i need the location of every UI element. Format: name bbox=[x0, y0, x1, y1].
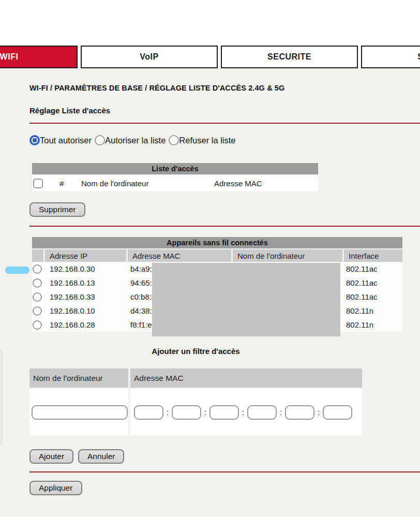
tab-voip[interactable]: VoIP bbox=[81, 46, 218, 68]
radio-tout-autoriser-label: Tout autoriser bbox=[40, 136, 92, 145]
column-mac-address: Adresse MAC bbox=[130, 368, 362, 388]
mac-address-input-group: : : : : : bbox=[134, 405, 352, 420]
divider bbox=[29, 226, 420, 227]
column-mac-address: Adresse MAC bbox=[214, 179, 318, 188]
device-ip: 192.168.0.28 bbox=[45, 320, 128, 329]
cancel-button[interactable]: Annuler bbox=[78, 449, 124, 464]
mac-octet-6-input[interactable] bbox=[323, 405, 352, 420]
mac-separator: : bbox=[314, 408, 323, 417]
mac-separator: : bbox=[239, 408, 247, 417]
tab-wifi-label: WIFI bbox=[0, 52, 18, 62]
radio-unselected-icon[interactable] bbox=[95, 135, 105, 145]
tab-voip-label: VoIP bbox=[140, 52, 158, 62]
page-title: Réglage Liste d'accès bbox=[29, 106, 110, 115]
connected-devices-title: Appareils sans fil connectés bbox=[32, 237, 402, 248]
mac-octet-2-input[interactable] bbox=[172, 405, 201, 420]
highlight-marker bbox=[5, 267, 29, 274]
computer-name-input[interactable] bbox=[32, 405, 128, 420]
device-radio[interactable] bbox=[33, 278, 42, 288]
device-interface: 802.11n bbox=[344, 320, 402, 329]
device-ip: 192.168.0.13 bbox=[45, 278, 128, 287]
device-radio[interactable] bbox=[33, 264, 42, 274]
radio-refuser-la-liste[interactable]: Refuser la liste bbox=[169, 135, 235, 145]
mac-octet-1-input[interactable] bbox=[134, 405, 163, 420]
tab-sauvegarde-label: SAUV bbox=[417, 52, 420, 62]
column-hash: # bbox=[59, 179, 81, 188]
device-ip: 192.168.0.33 bbox=[45, 292, 128, 301]
radio-autoriser-la-liste[interactable]: Autoriser la liste bbox=[95, 135, 166, 145]
mac-separator: : bbox=[277, 408, 285, 417]
add-filter-input-row: : : : : : bbox=[29, 389, 362, 436]
device-interface: 802.11n bbox=[344, 306, 402, 315]
divider bbox=[29, 123, 420, 124]
mac-separator: : bbox=[201, 408, 209, 417]
device-ip: 192.168.0.10 bbox=[45, 306, 128, 315]
device-interface: 802.11ac bbox=[344, 292, 402, 301]
top-tab-bar: WIFI VoIP SECURITE SAUV bbox=[0, 46, 420, 68]
select-all-checkbox[interactable] bbox=[33, 179, 43, 188]
radio-tout-autoriser[interactable]: Tout autoriser bbox=[29, 135, 92, 145]
device-interface: 802.11ac bbox=[344, 264, 402, 273]
device-radio[interactable] bbox=[33, 292, 42, 302]
column-computer-name: Nom de l'ordinateur bbox=[29, 368, 128, 388]
device-ip: 192.168.0.30 bbox=[45, 264, 128, 273]
divider bbox=[29, 471, 420, 472]
add-button[interactable]: Ajouter bbox=[29, 449, 73, 464]
tab-wifi[interactable]: WIFI bbox=[0, 46, 78, 68]
router-admin-page: WIFI VoIP SECURITE SAUV WI-FI / PARAMÈTR… bbox=[0, 0, 420, 517]
column-computer-name: Nom de l'ordinateur bbox=[233, 249, 342, 262]
radio-refuser-la-liste-label: Refuser la liste bbox=[179, 136, 235, 145]
tab-securite[interactable]: SECURITE bbox=[221, 46, 358, 68]
column-interface: Interface bbox=[344, 249, 402, 262]
add-filter-title: Ajouter un filtre d'accès bbox=[29, 347, 362, 356]
mac-separator: : bbox=[163, 408, 172, 417]
access-mode-radio-group: Tout autoriser Autoriser la liste Refuse… bbox=[29, 135, 239, 145]
add-filter-header-row: Nom de l'ordinateur Adresse MAC bbox=[29, 368, 362, 388]
device-interface: 802.11ac bbox=[344, 278, 402, 287]
redaction-overlay bbox=[152, 263, 340, 336]
access-list-title: Liste d'accès bbox=[32, 163, 318, 174]
mac-octet-5-input[interactable] bbox=[285, 405, 314, 420]
device-radio[interactable] bbox=[33, 320, 42, 330]
column-mac-address: Adresse MAC bbox=[128, 249, 231, 262]
column-ip-address: Adresse IP bbox=[45, 249, 126, 262]
radio-selected-icon[interactable] bbox=[29, 135, 40, 145]
left-edge-panel bbox=[0, 349, 2, 444]
tab-sauvegarde[interactable]: SAUV bbox=[361, 46, 420, 68]
mac-octet-3-input[interactable] bbox=[209, 405, 239, 420]
device-radio[interactable] bbox=[33, 306, 42, 316]
apply-button[interactable]: Appliquer bbox=[29, 481, 82, 495]
add-filter-table: Nom de l'ordinateur Adresse MAC : : : : bbox=[29, 368, 362, 436]
column-select bbox=[32, 249, 43, 262]
access-list-table: Liste d'accès # Nom de l'ordinateur Adre… bbox=[32, 163, 318, 191]
column-computer-name: Nom de l'ordinateur bbox=[81, 179, 214, 188]
radio-unselected-icon[interactable] bbox=[169, 135, 179, 145]
radio-autoriser-la-liste-label: Autoriser la liste bbox=[105, 136, 166, 145]
breadcrumb: WI-FI / PARAMÈTRES DE BASE / RÉGLAGE LIS… bbox=[29, 84, 284, 92]
tab-securite-label: SECURITE bbox=[267, 52, 311, 62]
delete-button[interactable]: Supprimer bbox=[29, 202, 85, 217]
mac-octet-4-input[interactable] bbox=[247, 405, 277, 420]
access-list-header-row: # Nom de l'ordinateur Adresse MAC bbox=[32, 175, 318, 191]
connected-devices-header-row: Adresse IP Adresse MAC Nom de l'ordinate… bbox=[32, 249, 402, 262]
